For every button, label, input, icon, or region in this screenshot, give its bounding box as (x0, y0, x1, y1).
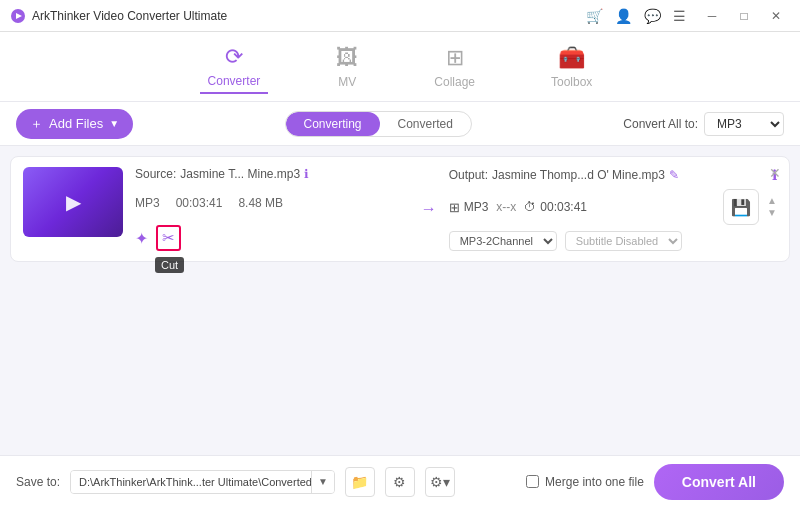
save-path-dropdown-button[interactable]: ▼ (311, 471, 334, 493)
convert-arrow-icon: → (421, 200, 437, 218)
convert-all-to: Convert All to: MP3 MP4 AVI (623, 112, 784, 136)
merge-checkbox[interactable] (526, 475, 539, 488)
source-row: Source: Jasmine T... Mine.mp3 ℹ (135, 167, 409, 181)
file-info: Source: Jasmine T... Mine.mp3 ℹ MP3 00:0… (135, 167, 409, 251)
converting-tab[interactable]: Converting (286, 112, 380, 136)
enhance-icon[interactable]: ✦ (135, 229, 148, 248)
save-path-text: D:\ArkThinker\ArkThink...ter Ultimate\Co… (71, 471, 311, 493)
collage-icon: ⊞ (446, 45, 464, 71)
output-header: Output: Jasmine Thomp...d O' Mine.mp3 ✎ … (449, 167, 777, 183)
file-duration: 00:03:41 (176, 196, 223, 210)
output-label: Output: (449, 168, 488, 182)
convert-all-button[interactable]: Convert All (654, 464, 784, 500)
title-bar: ArkThinker Video Converter Ultimate 🛒 👤 … (0, 0, 800, 32)
mv-tab-label: MV (338, 75, 356, 89)
move-down-button[interactable]: ▼ (767, 208, 777, 218)
output-controls-row1: ⊞ MP3 x--x ⏱ 00:03:41 💾 ▲ ▼ (449, 189, 777, 225)
save-path-wrapper: D:\ArkThinker\ArkThink...ter Ultimate\Co… (70, 470, 335, 494)
extra-icon: ⚙▾ (430, 474, 450, 490)
clock-icon: ⏱ (524, 200, 536, 214)
add-files-label: Add Files (49, 116, 103, 131)
move-up-button[interactable]: ▲ (767, 196, 777, 206)
up-down-controls: ▲ ▼ (767, 196, 777, 218)
channel-select[interactable]: MP3-2Channel (449, 231, 557, 251)
output-duration: ⏱ 00:03:41 (524, 200, 587, 214)
app-title: ArkThinker Video Converter Ultimate (32, 9, 586, 23)
minimize-button[interactable]: ─ (698, 6, 726, 26)
chat-icon[interactable]: 💬 (644, 8, 661, 24)
collage-tab-label: Collage (434, 75, 475, 89)
user-icon[interactable]: 👤 (615, 8, 632, 24)
window-controls: ─ □ ✕ (698, 6, 790, 26)
open-folder-button[interactable]: 📁 (345, 467, 375, 497)
converter-tab-label: Converter (208, 74, 261, 88)
tab-toolbox[interactable]: 🧰 Toolbox (543, 41, 600, 93)
title-bar-actions: 🛒 👤 💬 ☰ (586, 8, 686, 24)
folder-icon: 📁 (351, 474, 368, 490)
cut-icon[interactable]: ✂ (162, 229, 175, 247)
source-label: Source: (135, 167, 176, 181)
merge-checkbox-label: Merge into one file (526, 475, 644, 489)
format-select[interactable]: MP3 MP4 AVI (704, 112, 784, 136)
app-logo (10, 8, 26, 24)
main-content: ▶ Source: Jasmine T... Mine.mp3 ℹ MP3 00… (0, 146, 800, 455)
file-thumbnail: ▶ (23, 167, 123, 237)
save-file-button[interactable]: 💾 (723, 189, 759, 225)
toolbar: ＋ Add Files ▼ Converting Converted Conve… (0, 102, 800, 146)
file-close-button[interactable]: ✕ (769, 165, 781, 181)
cut-icon-wrapper: ✂ (156, 225, 181, 251)
close-button[interactable]: ✕ (762, 6, 790, 26)
extra-options-button[interactable]: ⚙▾ (425, 467, 455, 497)
file-item: ▶ Source: Jasmine T... Mine.mp3 ℹ MP3 00… (10, 156, 790, 262)
arrow-section: → (421, 167, 437, 251)
merge-label-text: Merge into one file (545, 475, 644, 489)
converter-icon: ⟳ (225, 44, 243, 70)
cart-icon[interactable]: 🛒 (586, 8, 603, 24)
maximize-button[interactable]: □ (730, 6, 758, 26)
settings-icon: ⚙ (393, 474, 406, 490)
tab-converter[interactable]: ⟳ Converter (200, 40, 269, 94)
output-controls-row2: MP3-2Channel Subtitle Disabled (449, 231, 777, 251)
status-bar: Save to: D:\ArkThinker\ArkThink...ter Ul… (0, 455, 800, 507)
source-filename: Jasmine T... Mine.mp3 (180, 167, 300, 181)
toolbox-icon: 🧰 (558, 45, 585, 71)
toolbox-tab-label: Toolbox (551, 75, 592, 89)
file-size: 8.48 MB (238, 196, 283, 210)
file-actions: ✦ ✂ Cut (135, 225, 409, 251)
output-duration-value: 00:03:41 (540, 200, 587, 214)
output-edit-icon[interactable]: ✎ (669, 168, 679, 182)
play-icon[interactable]: ▶ (66, 190, 81, 214)
add-files-button[interactable]: ＋ Add Files ▼ (16, 109, 133, 139)
plus-icon: ＋ (30, 115, 43, 133)
source-info-icon[interactable]: ℹ (304, 167, 309, 181)
output-scale: x--x (496, 200, 516, 214)
subtitle-select[interactable]: Subtitle Disabled (565, 231, 682, 251)
file-format: MP3 (135, 196, 160, 210)
output-section: Output: Jasmine Thomp...d O' Mine.mp3 ✎ … (449, 167, 777, 251)
thumbnail-image: ▶ (23, 167, 123, 237)
converting-tabs: Converting Converted (285, 111, 472, 137)
nav-tabs: ⟳ Converter 🖼 MV ⊞ Collage 🧰 Toolbox (0, 32, 800, 102)
cut-tooltip: Cut (155, 257, 184, 273)
converted-tab[interactable]: Converted (380, 112, 471, 136)
tab-mv[interactable]: 🖼 MV (328, 41, 366, 93)
mv-icon: 🖼 (336, 45, 358, 71)
add-files-dropdown-icon: ▼ (109, 118, 119, 129)
tab-collage[interactable]: ⊞ Collage (426, 41, 483, 93)
output-format: ⊞ MP3 (449, 200, 489, 215)
file-meta: MP3 00:03:41 8.48 MB (135, 196, 409, 210)
settings-small-button[interactable]: ⚙ (385, 467, 415, 497)
output-filename: Jasmine Thomp...d O' Mine.mp3 (492, 168, 665, 182)
output-format-label: MP3 (464, 200, 489, 214)
format-grid-icon: ⊞ (449, 200, 460, 215)
convert-all-to-label: Convert All to: (623, 117, 698, 131)
save-to-label: Save to: (16, 475, 60, 489)
menu-icon[interactable]: ☰ (673, 8, 686, 24)
